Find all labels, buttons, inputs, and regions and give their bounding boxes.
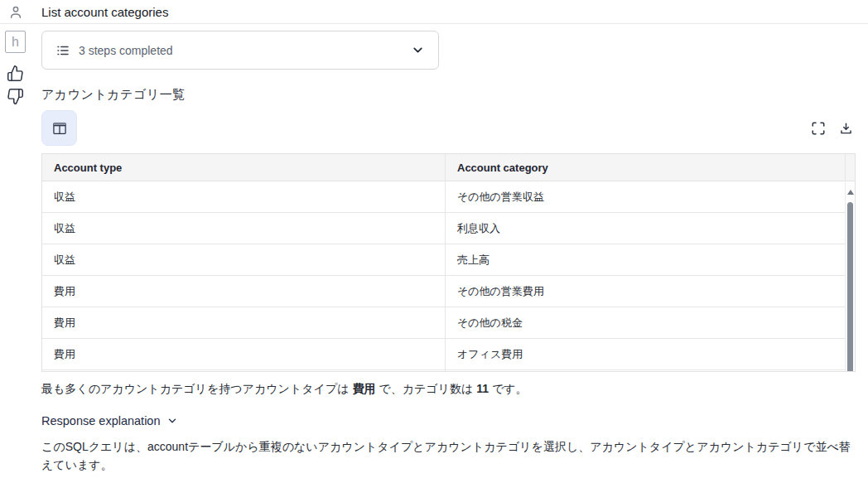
explanation-body: このSQLクエリは、accountテーブルから重複のないアカウントタイプとアカウ… — [41, 438, 857, 474]
header-scroll-spacer — [845, 154, 855, 181]
cell-account-type: 収益 — [42, 213, 446, 244]
table-view-button[interactable] — [41, 110, 77, 146]
summary-part: 最も多くのアカウントカテゴリを持つアカウントタイプは — [41, 382, 352, 395]
cell-account-type: 費用 — [42, 276, 446, 307]
cell-account-category: その他の税金 — [446, 307, 855, 338]
results-table: Account type Account category 収益 その他の営業収… — [41, 153, 856, 372]
table-row: 費用 その他の税金 — [42, 307, 855, 339]
fullscreen-button[interactable] — [809, 119, 827, 138]
table-scrollbar[interactable] — [845, 182, 855, 371]
assistant-logo-icon: h — [5, 31, 26, 53]
result-heading: アカウントカテゴリ一覧 — [41, 87, 186, 103]
steps-list-icon — [55, 43, 70, 58]
column-header-account-category: Account category — [446, 154, 845, 181]
table-row: 収益 売上高 — [42, 244, 855, 276]
cell-account-type: 費用 — [42, 339, 446, 369]
table-row: 費用 オフィス費用 — [42, 339, 855, 370]
chevron-down-icon — [411, 43, 425, 57]
cell-account-category: 利息収入 — [446, 213, 855, 244]
cell-account-type: 費用 — [42, 307, 446, 338]
table-row: 費用 その他の営業費用 — [42, 276, 855, 307]
steps-dropdown[interactable]: 3 steps completed — [41, 31, 439, 70]
summary-part: で、カテゴリ数は — [375, 382, 476, 395]
table-icon — [51, 120, 68, 137]
thumbs-up-icon[interactable] — [7, 65, 24, 82]
summary-part: です。 — [489, 382, 528, 395]
user-avatar-icon — [7, 4, 24, 21]
scrollbar-thumb[interactable] — [847, 202, 853, 371]
table-row-partial — [42, 370, 855, 372]
thumbs-down-icon[interactable] — [7, 88, 24, 105]
response-explanation-label: Response explanation — [41, 414, 161, 427]
summary-highlight-type: 費用 — [352, 382, 375, 395]
summary-highlight-count: 11 — [476, 382, 489, 395]
response-explanation-toggle[interactable]: Response explanation — [41, 414, 178, 427]
column-header-account-type: Account type — [42, 154, 446, 181]
download-button[interactable] — [837, 119, 855, 138]
cell-account-type: 収益 — [42, 244, 446, 275]
cell-account-category: その他の営業収益 — [446, 181, 855, 212]
chevron-down-icon — [166, 415, 178, 427]
summary-text: 最も多くのアカウントカテゴリを持つアカウントタイプは 費用 で、カテゴリ数は 1… — [41, 382, 857, 397]
scroll-up-arrow-icon[interactable] — [847, 190, 854, 195]
cell-account-category: その他の営業費用 — [446, 276, 855, 307]
download-icon — [838, 121, 854, 137]
table-row: 収益 利息収入 — [42, 213, 855, 244]
cell-account-type: 収益 — [42, 181, 446, 212]
table-header-row: Account type Account category — [42, 154, 855, 181]
cell-account-category: オフィス費用 — [446, 339, 855, 369]
maximize-icon — [811, 121, 826, 136]
cell-account-category: 売上高 — [446, 244, 855, 275]
page-title: List account categories — [41, 5, 168, 19]
logo-letter: h — [12, 35, 19, 50]
steps-dropdown-label: 3 steps completed — [79, 44, 411, 57]
table-row: 収益 その他の営業収益 — [42, 181, 855, 213]
